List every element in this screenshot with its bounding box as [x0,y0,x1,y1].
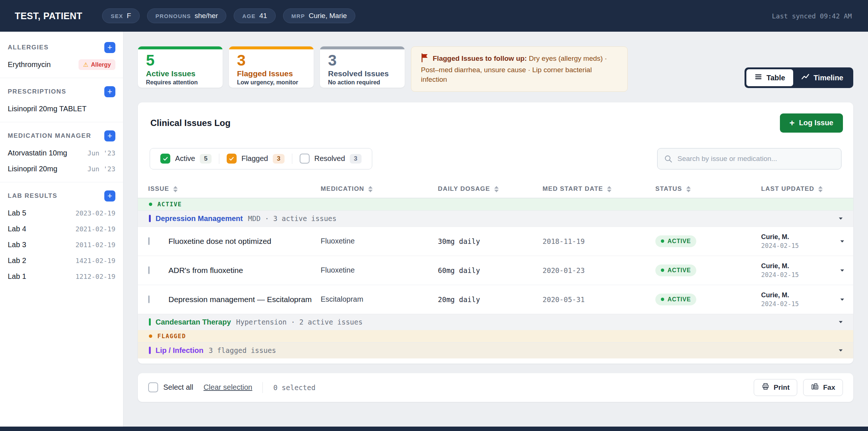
flagged-checkbox[interactable] [227,154,237,164]
group-row-depression-management[interactable]: Depression Management MDD · 3 active iss… [138,210,853,227]
row-checkbox[interactable] [148,295,150,303]
section-title: PRESCRIPTIONS [8,88,66,95]
add-allergy-button[interactable]: + [104,42,115,53]
issue-row-adr-fluoxetine[interactable]: ADR's from fluoxetine Fluoxetine 60mg da… [138,256,853,285]
filter-active[interactable]: Active 5 [153,154,219,164]
row-checkbox[interactable] [148,237,150,245]
status-dot [149,203,152,206]
plus-icon: + [108,131,112,141]
stat-label: Flagged Issues [237,69,306,78]
last-updated-cell: Curie, M. 2024-02-15 [761,233,831,249]
row-checkbox[interactable] [148,266,150,274]
divider [262,382,263,393]
clear-selection-link[interactable]: Clear selection [203,383,252,392]
sidebar-item-lab-1[interactable]: Lab 1 1212-02-19 [8,269,115,284]
active-checkbox[interactable] [160,154,170,164]
section-header-active: ACTIVE [138,198,853,210]
start-date-cell: 2018-11-19 [543,237,655,245]
sidebar: ALLERGIES + Erythromycin ⚠ Allergy PRESC… [0,32,123,427]
column-header-last-updated[interactable]: LAST UPDATED [761,185,831,193]
selection-footer: Select all Clear selection 0 selected Pr… [138,373,853,402]
stat-label: Resolved Issues [328,69,397,78]
resolved-issues-stat-card: 3 Resolved Issues No action required [320,46,405,88]
add-prescription-button[interactable]: + [104,86,115,97]
view-toggle: Table Timeline [745,67,853,88]
print-button[interactable]: Print [754,379,797,396]
stat-value: 3 [237,52,306,69]
check-icon [163,156,168,162]
last-updated-cell: Curie, M. 2024-02-15 [761,291,831,308]
timeline-view-button[interactable]: Timeline [793,70,851,86]
start-date-cell: 2020-05-31 [543,295,655,304]
column-header-dosage[interactable]: DAILY DOSAGE [438,185,543,193]
column-header-start-date[interactable]: MED START DATE [543,185,655,193]
patient-name: TEST, PATIENT [15,11,82,21]
search-box [657,148,841,169]
column-header-issue[interactable]: ISSUE [148,185,321,193]
flagged-count-badge: 3 [273,154,284,164]
issue-row-depression-escitalopram[interactable]: Depression management — Escitalopram Esc… [138,285,853,314]
sidebar-item-lisinopril[interactable]: Lisinopril 20mg Jun '23 [8,161,115,177]
active-count-badge: 5 [200,154,211,164]
dosage-cell: 30mg daily [438,237,543,245]
table-view-button[interactable]: Table [746,69,793,86]
medication-cell: Escitalopram [321,295,438,304]
chevron-down-icon[interactable] [831,267,853,274]
chevron-down-icon[interactable] [837,347,844,354]
chevron-down-icon[interactable] [831,296,853,303]
sidebar-item-atorvastatin[interactable]: Atorvastatin 10mg Jun '23 [8,145,115,161]
add-lab-result-button[interactable]: + [104,190,115,202]
sort-icon [494,186,499,192]
status-dot [661,269,664,272]
sidebar-item-lab-3[interactable]: Lab 3 2011-02-19 [8,237,115,253]
select-all-checkbox[interactable] [148,382,158,392]
fax-button[interactable]: Fax [803,379,843,396]
stat-value: 5 [146,52,215,69]
note-title: Flagged Issues to follow up: [433,55,527,62]
sidebar-item-lab-5[interactable]: Lab 5 2023-02-19 [8,205,115,221]
chevron-down-icon[interactable] [837,318,844,326]
sidebar-item-lab-4[interactable]: Lab 4 2021-02-19 [8,221,115,237]
stat-value: 3 [328,52,397,69]
sort-icon [368,186,373,192]
section-header-flagged: FLAGGED [138,330,853,342]
stat-accent-bar [138,46,223,49]
group-accent-bar [149,318,151,326]
section-title: ALLERGIES [8,44,49,51]
dosage-cell: 20mg daily [438,295,543,304]
status-filter-group: Active 5 Flagged 3 Resolved [150,148,372,169]
dosage-cell: 60mg daily [438,266,543,274]
sidebar-item-erythromycin[interactable]: Erythromycin ⚠ Allergy [8,57,115,73]
issue-name: Fluoxetine dose not optimized [168,237,321,246]
top-bar: TEST, PATIENT SEX F PRONOUNS she/her AGE… [0,0,868,32]
search-input[interactable] [657,148,841,169]
chevron-down-icon[interactable] [837,215,844,222]
warning-icon: ⚠ [83,61,88,68]
column-header-medication[interactable]: MEDICATION [321,185,438,193]
group-row-lip-infection[interactable]: Lip / Infection 3 flagged issues [138,342,853,358]
filter-flagged[interactable]: Flagged 3 [219,154,292,164]
column-header-status[interactable]: STATUS [655,185,761,193]
resolved-checkbox[interactable] [300,154,310,164]
sidebar-section-medication-manager: MEDICATION MANAGER + Atorvastatin 10mg J… [0,122,123,182]
print-icon [761,382,770,392]
chevron-down-icon[interactable] [831,238,853,245]
main-content: 5 Active Issues Requires attention 3 Fla… [123,32,868,427]
active-issues-stat-card: 5 Active Issues Requires attention [138,46,223,88]
filter-resolved[interactable]: Resolved 3 [292,154,369,164]
log-issue-button[interactable]: + Log Issue [780,113,843,133]
stat-accent-bar [320,46,405,49]
status-badge: ACTIVE [655,294,696,305]
stat-subtext: Low urgency, monitor [237,79,306,86]
group-row-candesartan-therapy[interactable]: Candesartan Therapy Hypertension · 2 act… [138,314,853,330]
issue-name: ADR's from fluoxetine [168,266,321,275]
bottom-bar [0,427,868,431]
issue-row-fluoxetine-dose[interactable]: Fluoxetine dose not optimized Fluoxetine… [138,227,853,256]
sidebar-item-lab-2[interactable]: Lab 2 1421-02-19 [8,253,115,269]
medication-cell: Fluoxetine [321,266,438,274]
sidebar-item-lisinopril-tablet[interactable]: Lisinopril 20mg TABLET [8,101,115,117]
table-header: ISSUE MEDICATION DAILY DOSAGE MED START … [138,181,853,198]
add-medication-button[interactable]: + [104,130,115,141]
page-title: Clinical Issues Log [150,118,230,128]
select-all[interactable]: Select all [148,382,193,392]
